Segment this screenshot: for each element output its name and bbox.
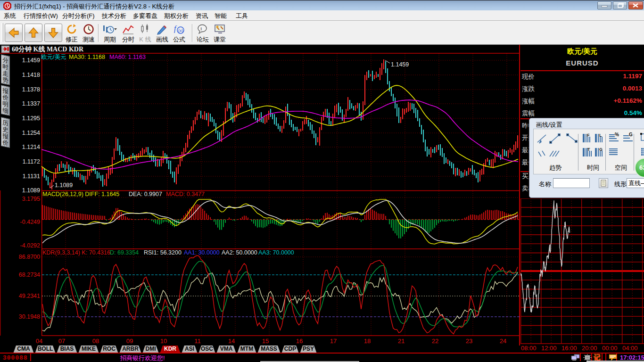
svg-text:1.1295: 1.1295: [22, 115, 40, 122]
svg-text:1.1214: 1.1214: [22, 144, 40, 150]
svg-text:30.1948: 30.1948: [19, 313, 40, 320]
svg-text:14: 14: [228, 337, 235, 345]
svg-text:16: 16: [296, 337, 303, 345]
svg-text:07: 07: [58, 337, 65, 345]
svg-text:L: L: [599, 133, 602, 138]
svg-text:欧元/美元: 欧元/美元: [41, 54, 66, 60]
svg-text:f: f: [174, 25, 177, 33]
svg-text:3.1795: 3.1795: [22, 196, 40, 202]
svg-text:23: 23: [466, 337, 472, 345]
svg-text:AA1: 30.0000: AA1: 30.0000: [184, 249, 220, 256]
svg-text:1.1254: 1.1254: [22, 130, 40, 136]
svg-text:21: 21: [398, 337, 405, 345]
svg-text:1.1418: 1.1418: [22, 72, 40, 78]
svg-text:11: 11: [194, 337, 201, 345]
svg-text:1.1459: 1.1459: [391, 61, 409, 68]
svg-text:D: 69.3354: D: 69.3354: [110, 249, 139, 256]
svg-text:1.1337: 1.1337: [22, 100, 40, 107]
svg-text:-4.0292: -4.0292: [20, 242, 40, 249]
svg-text:1.1172: 1.1172: [23, 158, 40, 165]
svg-text:04: 04: [36, 337, 42, 345]
svg-text:68.2734: 68.2734: [19, 272, 40, 278]
svg-text:MACD(26,12,9) DIFF: 1.1645: MACD(26,12,9) DIFF: 1.1645: [42, 191, 119, 197]
svg-text:60分钟 K线 MACD KDR: 60分钟 K线 MACD KDR: [12, 46, 84, 53]
svg-text:15: 15: [262, 337, 269, 345]
svg-text:-0.4249: -0.4249: [20, 219, 40, 225]
svg-text:08: 08: [92, 337, 99, 345]
svg-text:49.2341: 49.2341: [19, 293, 40, 299]
svg-text:1.1089: 1.1089: [55, 182, 73, 189]
svg-text:MACD: 0.3477: MACD: 0.3477: [166, 191, 205, 197]
svg-text:18: 18: [364, 337, 371, 345]
svg-text:F: F: [587, 133, 590, 138]
svg-text:DEA: 0.9907: DEA: 0.9907: [129, 191, 162, 197]
svg-text:AA2: 50.0000: AA2: 50.0000: [222, 249, 257, 256]
svg-text:t: t: [201, 26, 202, 31]
svg-text:1.1131: 1.1131: [23, 173, 40, 180]
svg-text:86.8700: 86.8700: [19, 254, 40, 260]
svg-text:1.1378: 1.1378: [22, 86, 40, 93]
svg-text:1.1459: 1.1459: [22, 57, 40, 64]
svg-text:24: 24: [500, 337, 506, 345]
svg-text:09: 09: [126, 337, 133, 345]
svg-text:17: 17: [330, 337, 337, 345]
svg-text:(x): (x): [178, 28, 183, 33]
svg-text:%: %: [615, 132, 619, 137]
svg-text:KDR(9,3,3,14) K: 70.4316: KDR(9,3,3,14) K: 70.4316: [42, 249, 110, 256]
svg-text:G: G: [629, 132, 633, 137]
svg-text:T: T: [587, 147, 590, 152]
svg-text:10: 10: [160, 337, 167, 345]
svg-text:MA60: 1.1163: MA60: 1.1163: [109, 54, 146, 60]
svg-text:1.1089: 1.1089: [22, 187, 40, 194]
svg-text:MA30: 1.1168: MA30: 1.1168: [69, 54, 105, 60]
svg-text:AA3: 70.0000: AA3: 70.0000: [258, 249, 294, 256]
svg-text:22: 22: [432, 337, 438, 345]
svg-text:RSI1: 56.3200: RSI1: 56.3200: [144, 249, 182, 256]
svg-text:G: G: [599, 147, 603, 152]
